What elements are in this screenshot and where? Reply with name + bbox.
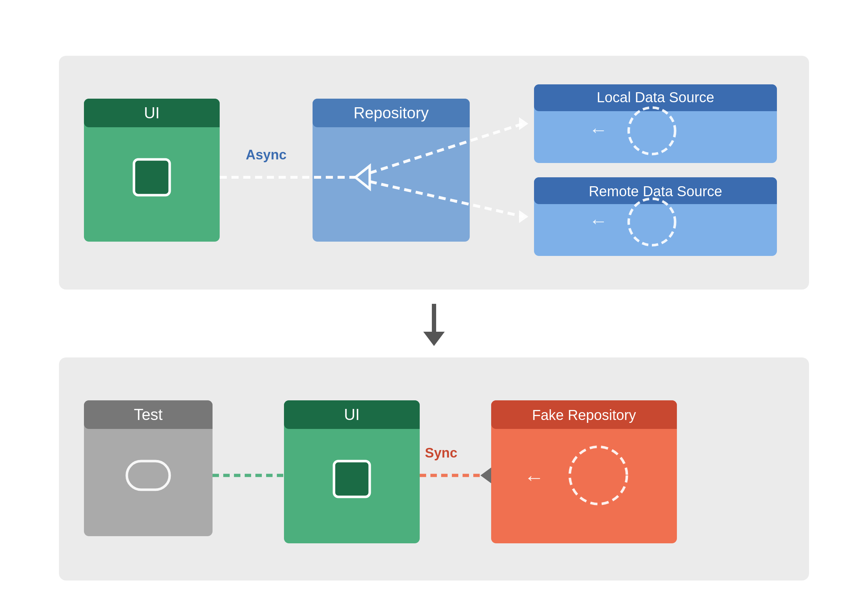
local-ds-arrow-text: ← <box>589 120 608 140</box>
local-ds-label-text: Local Data Source <box>596 89 714 105</box>
bottom-diagram-panel: Test UI Sync Fake Repository <box>59 358 809 581</box>
bottom-ui-inner-square <box>334 461 370 497</box>
down-arrow-svg <box>422 304 446 347</box>
ui-label-text: UI <box>144 104 160 121</box>
down-arrow-container <box>422 304 446 347</box>
bottom-ui-label-text: UI <box>344 406 360 423</box>
top-diagram-panel: UI Repository Async <box>59 56 809 290</box>
fakerepo-arrow-head <box>480 467 491 483</box>
async-label-text: Async <box>246 147 286 162</box>
repo-label-text: Repository <box>354 104 429 121</box>
local-ds-arrow <box>519 117 528 130</box>
down-arrow-shaft <box>432 304 436 332</box>
ui-inner-square <box>134 160 170 195</box>
down-arrow-head <box>423 332 445 346</box>
remote-ds-arrow-text: ← <box>589 210 608 231</box>
bottom-diagram-svg: Test UI Sync Fake Repository <box>84 379 784 554</box>
top-diagram-svg: UI Repository Async <box>84 77 784 263</box>
sync-label-text: Sync <box>425 445 458 460</box>
fakerepo-label-text: Fake Repository <box>532 407 636 423</box>
remote-ds-arrow <box>519 210 528 223</box>
remote-ds-label-text: Remote Data Source <box>589 183 722 199</box>
test-label-text: Test <box>134 406 163 423</box>
fakerepo-arrow-left-text: ← <box>524 466 544 489</box>
